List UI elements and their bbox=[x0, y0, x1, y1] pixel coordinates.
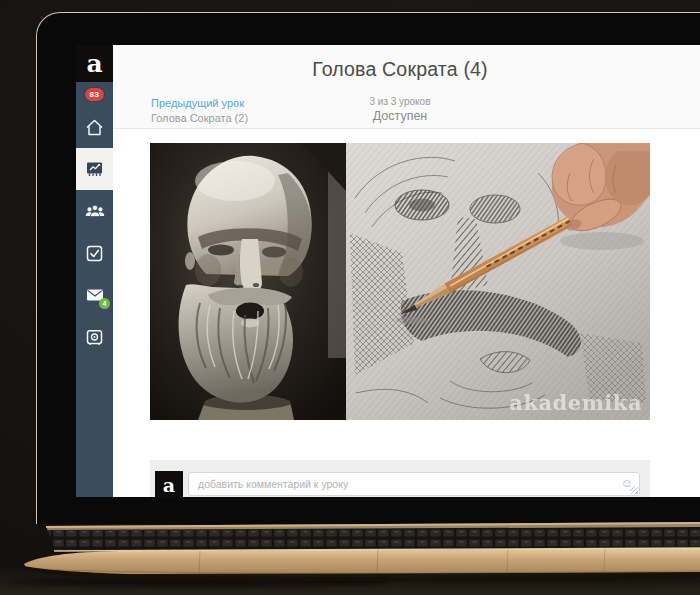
mail-count-badge: 4 bbox=[99, 298, 110, 309]
laptop-keyboard-deck bbox=[0, 518, 700, 590]
page-title: Голова Сократа (4) bbox=[150, 58, 650, 81]
sidebar-item-home[interactable] bbox=[76, 106, 113, 148]
sidebar: a 83 bbox=[76, 45, 113, 497]
lesson-status: Доступен bbox=[150, 109, 650, 123]
home-icon bbox=[84, 117, 105, 138]
comment-section: a ☺ bbox=[150, 460, 650, 497]
users-icon bbox=[84, 200, 106, 222]
watermark: akademika bbox=[509, 390, 642, 415]
comment-input[interactable] bbox=[188, 472, 640, 496]
checkbox-icon bbox=[84, 243, 105, 264]
sidebar-item-vault[interactable] bbox=[76, 316, 113, 358]
user-avatar: a bbox=[155, 471, 183, 497]
sidebar-item-messages[interactable]: 4 bbox=[76, 274, 113, 316]
lesson-progress-block: 3 из 3 уроков Доступен bbox=[150, 96, 650, 123]
stats-chart-icon bbox=[84, 159, 105, 180]
resize-handle-icon[interactable] bbox=[630, 486, 638, 494]
sidebar-item-community[interactable] bbox=[76, 190, 113, 232]
comment-input-wrap: ☺ bbox=[188, 472, 640, 496]
lesson-nav: Предыдущий урок Голова Сократа (2) 3 из … bbox=[150, 96, 650, 126]
drawing-photo: akademika bbox=[346, 143, 650, 420]
scene-background: a 83 bbox=[0, 0, 700, 595]
sidebar-item-tasks[interactable] bbox=[76, 232, 113, 274]
sidebar-item-stats[interactable] bbox=[76, 148, 113, 190]
safe-icon bbox=[84, 327, 105, 348]
notifications-area: 83 bbox=[85, 82, 105, 106]
bust-photo bbox=[150, 143, 346, 420]
app-logo[interactable]: a bbox=[76, 45, 113, 82]
logo-letter: a bbox=[86, 51, 102, 76]
lesson-progress: 3 из 3 уроков bbox=[150, 96, 650, 107]
avatar-letter: a bbox=[163, 474, 175, 496]
lesson-video-frame[interactable]: akademika bbox=[150, 143, 650, 420]
app-window: a 83 bbox=[76, 45, 700, 497]
notification-badge: 83 bbox=[85, 88, 105, 101]
